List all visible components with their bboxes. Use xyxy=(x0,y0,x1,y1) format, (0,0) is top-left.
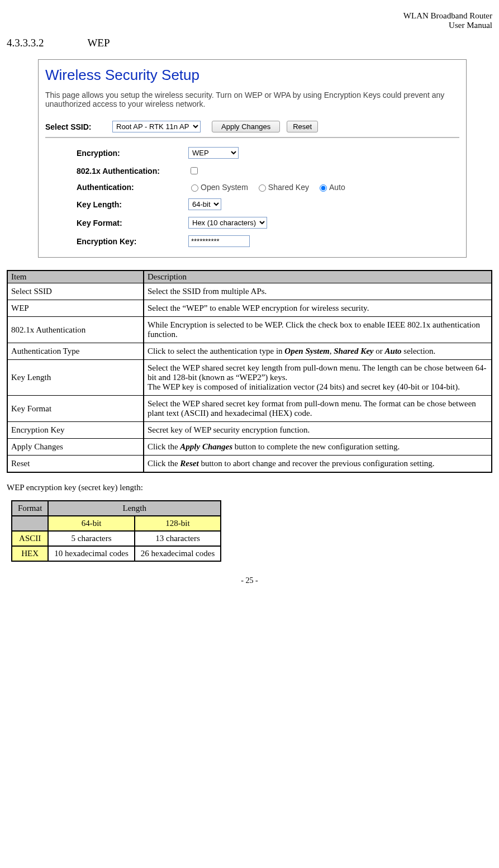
auth-shared-key-option[interactable]: Shared Key xyxy=(256,183,309,192)
empty-cell xyxy=(12,516,48,531)
auth-open-system-label: Open System xyxy=(201,183,248,192)
description-cell: Click to select the authentication type … xyxy=(144,343,492,360)
keyformat-select[interactable]: Hex (10 characters) xyxy=(188,217,267,229)
item-cell: Key Format xyxy=(7,396,144,422)
description-cell: While Encryption is selected to be WEP. … xyxy=(144,317,492,343)
length-table: Format Length 64-bit 128-bit ASCII 5 cha… xyxy=(11,500,221,562)
item-cell: Key Length xyxy=(7,360,144,396)
row-hex: HEX xyxy=(12,546,48,561)
section-number: 4.3.3.3.2 xyxy=(7,37,85,49)
description-cell: Click the Apply Changes button to comple… xyxy=(144,439,492,456)
table-row: ASCII 5 characters 13 characters xyxy=(12,531,221,546)
encryptionkey-label: Encryption Key: xyxy=(77,237,188,246)
section-heading: 4.3.3.3.2 WEP xyxy=(7,37,492,49)
radio-auto[interactable] xyxy=(320,184,327,192)
keyformat-label: Key Format: xyxy=(77,219,188,227)
keylength-row: Key Length: 64-bit xyxy=(45,198,459,210)
manual-label: User Manual xyxy=(7,21,492,30)
auth-auto-option[interactable]: Auto xyxy=(317,183,345,192)
panel-description: This page allows you setup the wireless … xyxy=(45,91,459,108)
product-name: WLAN Broadband Router xyxy=(7,11,492,21)
keyformat-row: Key Format: Hex (10 characters) xyxy=(45,217,459,229)
row-ascii: ASCII xyxy=(12,531,48,546)
select-ssid-row: Select SSID: Root AP - RTK 11n AP Apply … xyxy=(45,121,459,132)
description-table: Item Description Select SSIDSelect the S… xyxy=(7,270,492,473)
select-ssid-label: Select SSID: xyxy=(45,122,112,131)
auth8021x-checkbox[interactable] xyxy=(191,167,198,174)
item-cell: Encryption Key xyxy=(7,422,144,439)
table-row: 64-bit 128-bit xyxy=(12,516,221,531)
panel-title: Wireless Security Setup xyxy=(45,67,459,84)
keylength-label: Key Length: xyxy=(77,200,188,209)
description-cell: Secret key of WEP security encryption fu… xyxy=(144,422,492,439)
table-row: Select SSIDSelect the SSID from multiple… xyxy=(7,283,492,300)
item-cell: Reset xyxy=(7,456,144,473)
authentication-label: Authentication: xyxy=(77,183,188,192)
description-cell: Select the WEP shared secret key format … xyxy=(144,396,492,422)
item-cell: WEP xyxy=(7,300,144,317)
header-format: Format xyxy=(12,501,48,516)
header-block: WLAN Broadband Router User Manual xyxy=(7,11,492,30)
auth-open-system-option[interactable]: Open System xyxy=(188,183,248,192)
table-row: 802.1x AuthenticationWhile Encryption is… xyxy=(7,317,492,343)
encryption-row: Encryption: WEP xyxy=(45,147,459,159)
header-description: Description xyxy=(144,271,492,283)
item-cell: Apply Changes xyxy=(7,439,144,456)
encryption-select[interactable]: WEP xyxy=(188,147,239,159)
item-cell: Select SSID xyxy=(7,283,144,300)
table-row: Encryption KeySecret key of WEP security… xyxy=(7,422,492,439)
table-row: WEPSelect the “WEP” to enable WEP encryp… xyxy=(7,300,492,317)
radio-open-system[interactable] xyxy=(191,184,198,192)
header-item: Item xyxy=(7,271,144,283)
reset-button[interactable]: Reset xyxy=(287,121,318,132)
auth-shared-key-label: Shared Key xyxy=(268,183,309,192)
table-row: Key FormatSelect the WEP shared secret k… xyxy=(7,396,492,422)
header-length: Length xyxy=(48,501,221,516)
ascii-128: 13 characters xyxy=(135,531,221,546)
description-cell: Select the “WEP” to enable WEP encryptio… xyxy=(144,300,492,317)
section-title: WEP xyxy=(87,37,110,49)
auth-auto-label: Auto xyxy=(329,183,345,192)
encryptionkey-row: Encryption Key: xyxy=(45,235,459,247)
table-row: Format Length xyxy=(12,501,221,516)
table-header-row: Item Description xyxy=(7,271,492,283)
description-cell: Click the Reset button to abort change a… xyxy=(144,456,492,473)
auth8021x-row: 802.1x Authentication: xyxy=(45,165,459,176)
item-cell: 802.1x Authentication xyxy=(7,317,144,343)
auth8021x-label: 802.1x Authentication: xyxy=(77,167,188,176)
divider xyxy=(45,137,459,138)
radio-shared-key[interactable] xyxy=(259,184,266,192)
encryptionkey-input[interactable] xyxy=(188,235,250,247)
keylength-select[interactable]: 64-bit xyxy=(188,198,221,210)
wep-length-note: WEP encryption key (secret key) length: xyxy=(7,483,492,492)
description-cell: Select the WEP shared secret key length … xyxy=(144,360,492,396)
table-row: HEX 10 hexadecimal codes 26 hexadecimal … xyxy=(12,546,221,561)
ssid-select[interactable]: Root AP - RTK 11n AP xyxy=(112,121,201,132)
apply-changes-button[interactable]: Apply Changes xyxy=(212,121,280,132)
hex-64: 10 hexadecimal codes xyxy=(48,546,134,561)
table-row: Authentication Type Click to select the … xyxy=(7,343,492,360)
encryption-label: Encryption: xyxy=(77,149,188,158)
table-row: Key LengthSelect the WEP shared secret k… xyxy=(7,360,492,396)
table-row: ResetClick the Reset button to abort cha… xyxy=(7,456,492,473)
description-cell: Select the SSID from multiple APs. xyxy=(144,283,492,300)
page-number: - 25 - xyxy=(7,576,492,585)
authentication-row: Authentication: Open System Shared Key A… xyxy=(45,183,459,192)
table-row: Apply ChangesClick the Apply Changes but… xyxy=(7,439,492,456)
ascii-64: 5 characters xyxy=(48,531,134,546)
screenshot-panel: Wireless Security Setup This page allows… xyxy=(38,59,467,258)
header-128bit: 128-bit xyxy=(135,516,221,531)
item-cell: Authentication Type xyxy=(7,343,144,360)
header-64bit: 64-bit xyxy=(48,516,134,531)
hex-128: 26 hexadecimal codes xyxy=(135,546,221,561)
